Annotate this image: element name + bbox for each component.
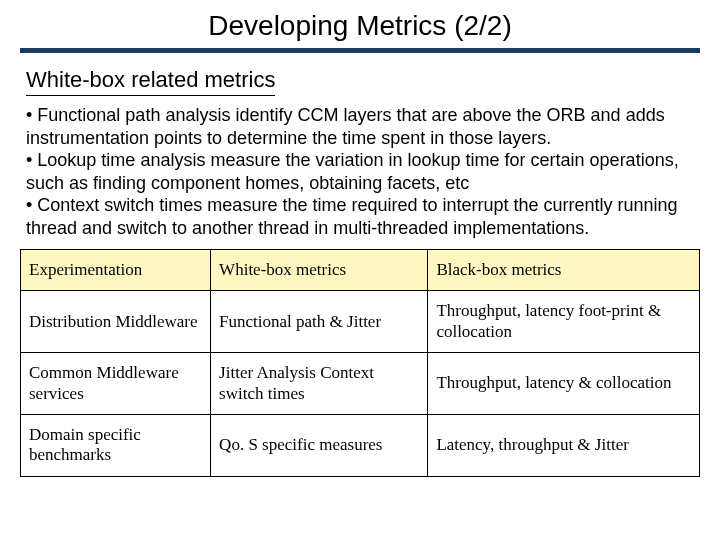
bullet-prefix: • xyxy=(26,150,37,170)
cell-blackbox: Throughput, latency foot-print & colloca… xyxy=(428,291,700,353)
slide: Developing Metrics (2/2) White-box relat… xyxy=(0,0,720,540)
cell-whitebox: Jitter Analysis Context switch times xyxy=(211,353,428,415)
table-row: Distribution Middleware Functional path … xyxy=(21,291,700,353)
table-row: Common Middleware services Jitter Analys… xyxy=(21,353,700,415)
cell-experimentation: Distribution Middleware xyxy=(21,291,211,353)
body-text: • Functional path analysis identify CCM … xyxy=(26,104,694,239)
metrics-table: Experimentation White-box metrics Black-… xyxy=(20,249,700,477)
table-row: Domain specific benchmarks Qo. S specifi… xyxy=(21,414,700,476)
bullet-prefix: • xyxy=(26,105,37,125)
cell-experimentation: Domain specific benchmarks xyxy=(21,414,211,476)
cell-blackbox: Throughput, latency & collocation xyxy=(428,353,700,415)
bullet-prefix: • xyxy=(26,195,37,215)
col-header-blackbox: Black-box metrics xyxy=(428,250,700,291)
subheading: White-box related metrics xyxy=(26,67,275,96)
cell-blackbox: Latency, throughput & Jitter xyxy=(428,414,700,476)
cell-whitebox: Qo. S specific measures xyxy=(211,414,428,476)
subheading-wrap: White-box related metrics xyxy=(20,63,700,96)
col-header-whitebox: White-box metrics xyxy=(211,250,428,291)
col-header-experimentation: Experimentation xyxy=(21,250,211,291)
table-header-row: Experimentation White-box metrics Black-… xyxy=(21,250,700,291)
title-divider xyxy=(20,48,700,53)
bullet-term: Lookup time xyxy=(37,150,135,170)
cell-whitebox: Functional path & Jitter xyxy=(211,291,428,353)
bullet-term: Context switch xyxy=(37,195,154,215)
bullet-term: Functional path xyxy=(37,105,160,125)
page-title: Developing Metrics (2/2) xyxy=(20,10,700,42)
cell-experimentation: Common Middleware services xyxy=(21,353,211,415)
